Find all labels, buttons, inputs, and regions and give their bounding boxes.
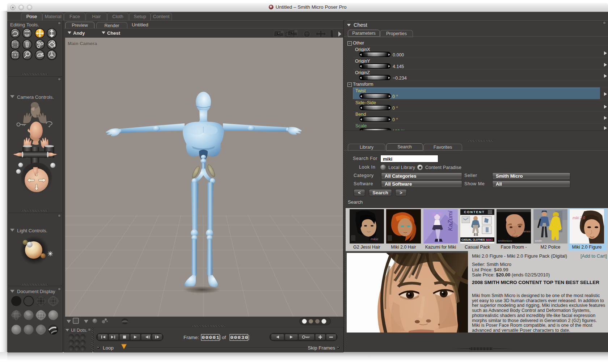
svg-text:smithmicro: smithmicro — [498, 239, 512, 242]
svg-text:KaZumi: KaZumi — [447, 211, 453, 231]
svg-text:mikie: mikie — [371, 237, 378, 241]
svg-text:Loop: Loop — [103, 345, 114, 351]
svg-text:miki 2.0: miki 2.0 — [573, 216, 585, 220]
svg-text:0: 0 — [209, 335, 212, 340]
svg-text:MIKI: MIKI — [486, 238, 493, 242]
svg-text:0: 0 — [245, 335, 248, 340]
svg-text:0: 0 — [213, 335, 216, 340]
svg-text:smith: smith — [535, 239, 542, 242]
svg-text:1: 1 — [216, 335, 219, 340]
svg-text:CASUAL CLOTHES: CASUAL CLOTHES — [461, 238, 485, 241]
svg-text:CONTENT: CONTENT — [464, 210, 485, 214]
svg-text:Frame:: Frame: — [183, 335, 199, 340]
svg-text:0: 0 — [202, 335, 205, 340]
svg-text:0: 0 — [238, 335, 241, 340]
svg-text:0: 0 — [231, 335, 233, 340]
svg-text:James: James — [522, 230, 531, 233]
svg-text:0: 0 — [206, 335, 208, 340]
svg-text:3: 3 — [241, 335, 244, 340]
svg-text:0: 0 — [234, 335, 237, 340]
svg-text:of: of — [222, 335, 226, 340]
svg-text:Skip Frames: Skip Frames — [308, 345, 335, 351]
